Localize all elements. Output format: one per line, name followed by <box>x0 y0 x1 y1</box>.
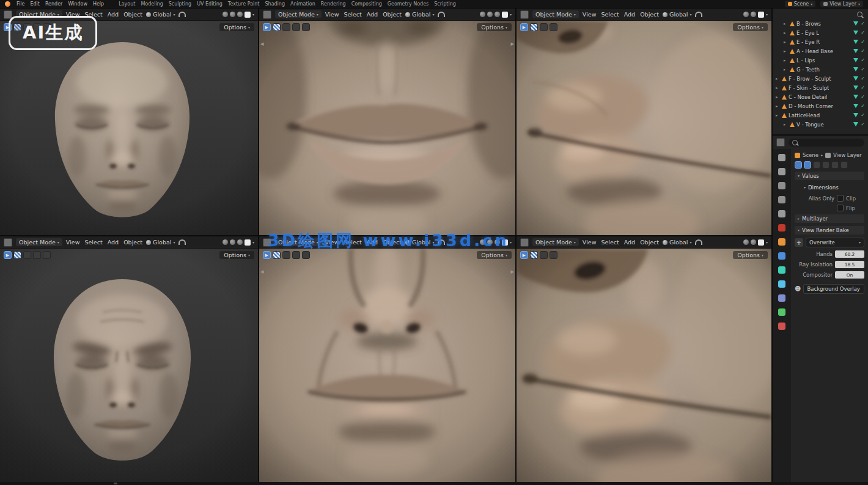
material-shading-icon[interactable] <box>237 12 243 17</box>
workspace-tab[interactable]: Rendering <box>321 1 346 7</box>
exclude-toggle-icon[interactable] <box>853 67 858 71</box>
shading-mode-group[interactable]: ▾ <box>743 12 768 18</box>
search-icon[interactable] <box>857 12 862 17</box>
outliner-row[interactable]: ▸ F - Skin - Sculpt ✓ <box>773 83 868 92</box>
outliner[interactable]: ▸ B - Brows ✓ ▸ E - Eye L ✓ <box>773 9 868 136</box>
workspace-tab[interactable]: Layout <box>119 1 135 7</box>
outliner-row[interactable]: ▸ C - Nose Detail ✓ <box>773 92 868 101</box>
viewport-top-middle[interactable]: Object Mode ▾ ViewSelectAddObject Global… <box>259 9 515 235</box>
visibility-toggle-icon[interactable]: ✓ <box>861 21 865 26</box>
collapse-right-icon[interactable]: ▸ <box>510 268 514 275</box>
visibility-toggle-icon[interactable]: ✓ <box>861 113 865 118</box>
rendered-shading-icon[interactable] <box>758 239 764 246</box>
rendered-shading-icon[interactable] <box>245 239 251 246</box>
topbar-menu-item[interactable]: Render <box>45 1 62 7</box>
mode-dropdown[interactable]: Object Mode ▾ <box>532 238 579 246</box>
workspace-tab[interactable]: Shading <box>265 1 285 7</box>
shading-mode-group[interactable]: ▾ <box>743 239 768 246</box>
exclude-toggle-icon[interactable] <box>853 40 858 44</box>
properties-search[interactable] <box>789 139 864 147</box>
mode-dropdown[interactable]: Object Mode ▾ <box>275 10 322 18</box>
viewport-menu-item[interactable]: Object <box>123 239 142 246</box>
viewport-canvas[interactable]: ▶ Options ▾ <box>0 21 258 235</box>
rendered-shading-icon[interactable] <box>245 12 251 18</box>
viewport-canvas[interactable]: ▶ Options ▾ <box>517 21 771 235</box>
section-values[interactable]: ▾ Values <box>795 172 864 180</box>
breadcrumb-view-layer[interactable]: View Layer <box>833 152 862 158</box>
exclude-toggle-icon[interactable] <box>853 49 858 53</box>
outliner-row[interactable]: ▸ F - Brow - Sculpt ✓ <box>773 74 868 83</box>
viewport-menu-item[interactable]: View <box>583 11 597 18</box>
section-dimensions[interactable]: ▾ Dimensions <box>801 183 864 192</box>
properties-tab[interactable] <box>775 195 789 205</box>
value-field[interactable]: 60.2 <box>835 250 864 258</box>
viewport-bottom-middle[interactable]: Object Mode ▾ ViewSelectAddObject Global… <box>259 236 515 482</box>
disclosure-icon[interactable]: ▸ <box>784 122 788 127</box>
breadcrumb-scene[interactable]: Scene <box>803 152 818 158</box>
topbar-menu-item[interactable]: Edit <box>30 1 40 7</box>
overwrite-field[interactable]: Overwrite ▾ <box>806 238 864 247</box>
editor-type-icon[interactable] <box>520 10 529 19</box>
properties-tab[interactable] <box>775 251 789 261</box>
exclude-toggle-icon[interactable] <box>853 58 858 62</box>
disclosure-icon[interactable]: ▸ <box>784 67 788 72</box>
solid-shading-icon[interactable] <box>751 12 756 17</box>
background-overlay-field[interactable]: Background Overlay <box>803 284 864 294</box>
workspace-tab[interactable]: Texture Paint <box>228 1 260 7</box>
editor-type-icon[interactable] <box>4 238 12 247</box>
value-field[interactable]: On <box>835 271 864 279</box>
rendered-shading-icon[interactable] <box>502 12 508 18</box>
topbar-menu-item[interactable]: Help <box>93 1 104 7</box>
section-multilayer[interactable]: ▸ Multilayer <box>795 214 864 223</box>
properties-tab[interactable] <box>775 223 789 233</box>
editor-type-icon[interactable] <box>520 238 529 247</box>
visibility-toggle-icon[interactable]: ✓ <box>861 104 865 109</box>
exclude-toggle-icon[interactable] <box>853 122 858 126</box>
snap-magnet-icon[interactable] <box>178 239 186 245</box>
section-view-render[interactable]: ▾ View Render Bake <box>795 226 864 235</box>
viewport-canvas[interactable]: ◂ ▸ ▶ Options ▾ <box>259 249 515 482</box>
properties-tab[interactable] <box>775 265 789 275</box>
wireframe-shading-icon[interactable] <box>223 12 228 17</box>
snap-magnet-icon[interactable] <box>178 12 186 17</box>
material-shading-icon[interactable] <box>237 239 243 245</box>
options-dropdown[interactable]: Options ▾ <box>219 23 254 31</box>
pass-toggle-icon[interactable] <box>831 161 839 169</box>
viewport-canvas[interactable]: ◂ ▸ ▶ Options ▾ <box>259 21 515 235</box>
pass-toggle-icon[interactable] <box>804 161 811 169</box>
viewport-menu-item[interactable]: Object <box>383 11 402 18</box>
outliner-row[interactable]: ▸ V - Tongue ✓ <box>773 120 868 129</box>
outliner-row[interactable]: ▸ B - Brows ✓ <box>773 19 868 28</box>
options-dropdown[interactable]: Options ▾ <box>219 251 254 259</box>
disclosure-icon[interactable]: ▸ <box>776 86 780 90</box>
scene-selector[interactable]: Scene ▾ <box>785 1 815 7</box>
pass-toggle-icon[interactable] <box>840 161 848 169</box>
editor-type-icon[interactable] <box>776 138 785 147</box>
collapse-left-icon[interactable]: ◂ <box>260 268 264 275</box>
value-field[interactable]: 18.5 <box>835 261 864 268</box>
disclosure-icon[interactable]: ▸ <box>784 40 788 45</box>
pass-toggle-icon[interactable] <box>822 161 829 169</box>
viewport-menu-item[interactable]: Select <box>601 239 619 246</box>
visibility-toggle-icon[interactable]: ✓ <box>861 31 865 35</box>
options-dropdown[interactable]: Options ▾ <box>477 23 512 31</box>
app-logo-icon[interactable] <box>5 1 10 7</box>
outliner-row[interactable]: ▸ E - Eye L ✓ <box>773 28 868 37</box>
snap-magnet-icon[interactable] <box>438 12 445 17</box>
collapse-left-icon[interactable]: ◂ <box>260 40 264 47</box>
shading-mode-group[interactable]: ▾ <box>480 12 512 18</box>
viewport-menu-item[interactable]: Object <box>640 239 659 246</box>
visibility-toggle-icon[interactable]: ✓ <box>861 58 865 63</box>
solid-shading-icon[interactable] <box>751 239 756 245</box>
options-dropdown[interactable]: Options ▾ <box>477 251 512 259</box>
exclude-toggle-icon[interactable] <box>853 21 858 26</box>
viewport-menu-item[interactable]: Object <box>123 11 142 18</box>
properties-tab[interactable] <box>775 293 789 303</box>
exclude-toggle-icon[interactable] <box>853 86 858 90</box>
properties-tab[interactable] <box>775 321 789 331</box>
wireframe-shading-icon[interactable] <box>223 239 228 245</box>
outliner-row[interactable]: ▸ E - Eye R ✓ <box>773 37 868 46</box>
visibility-toggle-icon[interactable]: ✓ <box>861 76 865 81</box>
rendered-shading-icon[interactable] <box>758 12 764 18</box>
snap-magnet-icon[interactable] <box>695 239 702 245</box>
